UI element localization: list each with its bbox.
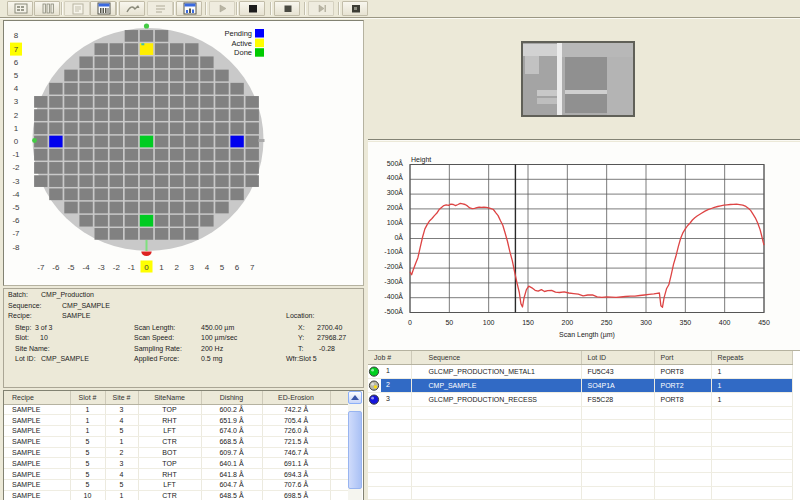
- wafer-die[interactable]: [155, 188, 168, 200]
- wafer-die[interactable]: [170, 96, 183, 108]
- wafer-die[interactable]: [140, 202, 153, 214]
- wafer-die-done[interactable]: [140, 215, 153, 227]
- wafer-die[interactable]: [200, 149, 213, 161]
- wafer-die[interactable]: [246, 149, 259, 161]
- wafer-die[interactable]: [64, 122, 77, 134]
- wafer-die[interactable]: [170, 149, 183, 161]
- wafer-die[interactable]: [79, 136, 92, 148]
- wafer-die[interactable]: [200, 202, 213, 214]
- wafer-die[interactable]: [110, 43, 123, 55]
- wafer-die[interactable]: [185, 188, 198, 200]
- wafer-die[interactable]: [49, 96, 62, 108]
- wafer-die[interactable]: [110, 215, 123, 227]
- wafer-die[interactable]: [125, 43, 138, 55]
- wafer-die[interactable]: [95, 43, 108, 55]
- wafer-die[interactable]: [230, 175, 243, 187]
- wafer-die[interactable]: [170, 122, 183, 134]
- wafer-die[interactable]: [125, 136, 138, 148]
- wafer-die[interactable]: [110, 175, 123, 187]
- wafer-die[interactable]: [64, 162, 77, 174]
- wafer-die[interactable]: [125, 175, 138, 187]
- wafer-die[interactable]: [185, 122, 198, 134]
- wafer-die[interactable]: [155, 70, 168, 82]
- wafer-die[interactable]: [215, 122, 228, 134]
- jobs-row-selected[interactable]: 2CMP_SAMPLESO4P1APORT21: [368, 378, 792, 392]
- wafer-die[interactable]: [79, 162, 92, 174]
- wafer-die[interactable]: [125, 109, 138, 121]
- wafer-die[interactable]: [95, 202, 108, 214]
- wafer-die[interactable]: [125, 188, 138, 200]
- wafer-die[interactable]: [64, 109, 77, 121]
- wafer-die[interactable]: [170, 109, 183, 121]
- wafer-die[interactable]: [185, 175, 198, 187]
- wafer-die[interactable]: [125, 70, 138, 82]
- wafer-die[interactable]: [95, 175, 108, 187]
- wafer-die[interactable]: [246, 175, 259, 187]
- wafer-die[interactable]: [185, 149, 198, 161]
- wafer-die[interactable]: [110, 149, 123, 161]
- results-row[interactable]: SAMPLE13TOP600.2 Å742.2 Å: [4, 404, 348, 415]
- wafer-die[interactable]: [64, 96, 77, 108]
- wafer-die[interactable]: [215, 109, 228, 121]
- wafer-die[interactable]: [246, 136, 259, 148]
- results-col-header[interactable]: Dishing: [201, 391, 262, 404]
- wafer-die[interactable]: [125, 56, 138, 68]
- wafer-die[interactable]: [200, 122, 213, 134]
- wafer-die[interactable]: [95, 162, 108, 174]
- wafer-die[interactable]: [230, 162, 243, 174]
- wafer-die[interactable]: [140, 122, 153, 134]
- wafer-die[interactable]: [110, 83, 123, 95]
- results-row[interactable]: SAMPLE53TOP640.1 Å691.1 Å: [4, 458, 348, 469]
- wafer-die[interactable]: [230, 96, 243, 108]
- wafer-die[interactable]: [170, 83, 183, 95]
- wafer-die[interactable]: [110, 162, 123, 174]
- jobs-table[interactable]: Job #SequenceLot IDPortRepeats1GLCMP_PRO…: [368, 351, 793, 500]
- wafer-die[interactable]: [155, 109, 168, 121]
- wafer-die[interactable]: [215, 136, 228, 148]
- results-col-header[interactable]: SiteName: [138, 391, 201, 404]
- wafer-die[interactable]: [110, 228, 123, 240]
- wafer-die[interactable]: [155, 175, 168, 187]
- wafer-die[interactable]: [125, 228, 138, 240]
- results-table[interactable]: RecipeSlot #Site #SiteNameDishingED-Eros…: [4, 391, 349, 500]
- wafer-map[interactable]: 876543210-1-2-3-4-5-6-7-8-7-6-5-4-3-2-10…: [4, 21, 363, 285]
- toolbar-button-wafer-grid[interactable]: [7, 1, 33, 16]
- wafer-die[interactable]: [185, 202, 198, 214]
- wafer-die[interactable]: [79, 188, 92, 200]
- wafer-die[interactable]: [49, 175, 62, 187]
- wafer-die[interactable]: [140, 188, 153, 200]
- jobs-col-header[interactable]: Lot ID: [581, 351, 654, 364]
- wafer-die[interactable]: [215, 70, 228, 82]
- wafer-die[interactable]: [79, 83, 92, 95]
- toolbar-button-step[interactable]: [308, 1, 334, 16]
- wafer-die[interactable]: [125, 30, 138, 42]
- wafer-die[interactable]: [95, 56, 108, 68]
- wafer-die-pending[interactable]: [230, 136, 243, 148]
- wafer-die[interactable]: [49, 122, 62, 134]
- wafer-die[interactable]: [200, 136, 213, 148]
- wafer-die[interactable]: [79, 56, 92, 68]
- wafer-die[interactable]: [140, 30, 153, 42]
- wafer-die[interactable]: [64, 202, 77, 214]
- wafer-die[interactable]: [185, 96, 198, 108]
- wafer-die[interactable]: [79, 109, 92, 121]
- jobs-col-header[interactable]: Port: [654, 351, 711, 364]
- wafer-die[interactable]: [185, 70, 198, 82]
- results-row[interactable]: SAMPLE15LFT674.0 Å726.0 Å: [4, 426, 348, 437]
- wafer-die[interactable]: [170, 136, 183, 148]
- wafer-die[interactable]: [125, 149, 138, 161]
- wafer-die[interactable]: [230, 188, 243, 200]
- wafer-die[interactable]: [49, 83, 62, 95]
- wafer-die[interactable]: [185, 109, 198, 121]
- wafer-die[interactable]: [170, 215, 183, 227]
- wafer-die[interactable]: [125, 162, 138, 174]
- jobs-col-header[interactable]: Sequence: [411, 351, 581, 364]
- wafer-die[interactable]: [246, 122, 259, 134]
- wafer-die-done[interactable]: [140, 136, 153, 148]
- results-row[interactable]: SAMPLE54RHT641.8 Å694.3 Å: [4, 469, 348, 480]
- results-row[interactable]: SAMPLE52BOT609.7 Å746.7 Å: [4, 447, 348, 458]
- wafer-die[interactable]: [95, 70, 108, 82]
- wafer-die[interactable]: [49, 162, 62, 174]
- wafer-die[interactable]: [246, 162, 259, 174]
- wafer-die[interactable]: [170, 188, 183, 200]
